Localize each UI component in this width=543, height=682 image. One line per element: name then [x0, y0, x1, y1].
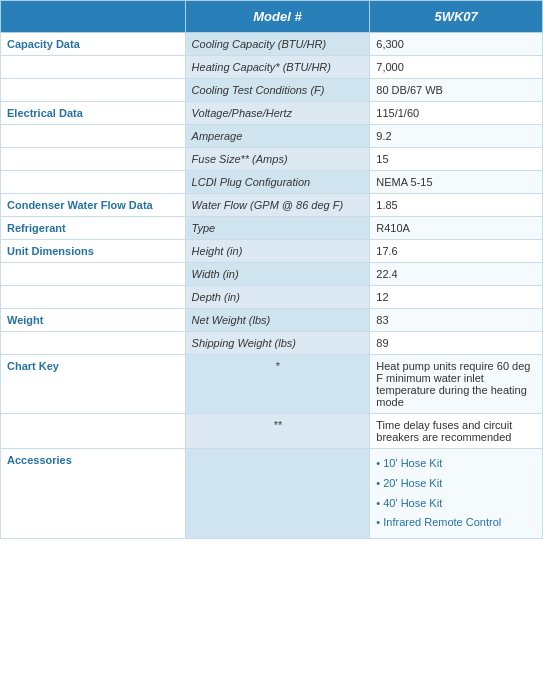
spec-value-cell: NEMA 5-15 — [370, 171, 543, 194]
table-row: Capacity DataCooling Capacity (BTU/HR)6,… — [1, 33, 543, 56]
category-cell — [1, 263, 186, 286]
list-item: 40' Hose Kit — [376, 494, 536, 514]
spec-name-cell: Water Flow (GPM @ 86 deg F) — [185, 194, 370, 217]
list-item: 20' Hose Kit — [376, 474, 536, 494]
chart-key-symbol: * — [185, 355, 370, 414]
chart-key-category — [1, 414, 186, 449]
chart-key-note: Time delay fuses and circuit breakers ar… — [370, 414, 543, 449]
spec-value-cell: 15 — [370, 148, 543, 171]
table-row: Cooling Test Conditions (F)80 DB/67 WB — [1, 79, 543, 102]
spec-name-cell: Net Weight (lbs) — [185, 309, 370, 332]
chart-key-row: **Time delay fuses and circuit breakers … — [1, 414, 543, 449]
spec-name-cell: Voltage/Phase/Hertz — [185, 102, 370, 125]
spec-value-cell: 22.4 — [370, 263, 543, 286]
table-row: Amperage9.2 — [1, 125, 543, 148]
category-cell — [1, 332, 186, 355]
category-cell — [1, 286, 186, 309]
list-item: 10' Hose Kit — [376, 454, 536, 474]
header-value: 5WK07 — [370, 1, 543, 33]
spec-value-cell: R410A — [370, 217, 543, 240]
list-item: Infrared Remote Control — [376, 513, 536, 533]
category-cell: Weight — [1, 309, 186, 332]
accessories-list-cell: 10' Hose Kit20' Hose Kit40' Hose KitInfr… — [370, 449, 543, 539]
category-cell: Electrical Data — [1, 102, 186, 125]
spec-value-cell: 80 DB/67 WB — [370, 79, 543, 102]
table-row: RefrigerantTypeR410A — [1, 217, 543, 240]
table-row: Electrical DataVoltage/Phase/Hertz115/1/… — [1, 102, 543, 125]
spec-name-cell: Heating Capacity* (BTU/HR) — [185, 56, 370, 79]
spec-name-cell: Cooling Capacity (BTU/HR) — [185, 33, 370, 56]
spec-value-cell: 9.2 — [370, 125, 543, 148]
spec-name-cell: Fuse Size** (Amps) — [185, 148, 370, 171]
spec-name-cell: Type — [185, 217, 370, 240]
table-header: Model # 5WK07 — [1, 1, 543, 33]
category-cell: Capacity Data — [1, 33, 186, 56]
header-model: Model # — [185, 1, 370, 33]
category-cell — [1, 125, 186, 148]
table-row: LCDI Plug ConfigurationNEMA 5-15 — [1, 171, 543, 194]
spec-value-cell: 17.6 — [370, 240, 543, 263]
spec-value-cell: 12 — [370, 286, 543, 309]
category-cell — [1, 171, 186, 194]
category-cell — [1, 56, 186, 79]
accessories-category: Accessories — [1, 449, 186, 539]
category-cell: Refrigerant — [1, 217, 186, 240]
chart-key-note: Heat pump units require 60 deg F minimum… — [370, 355, 543, 414]
accessories-empty — [185, 449, 370, 539]
spec-name-cell: Amperage — [185, 125, 370, 148]
spec-name-cell: Cooling Test Conditions (F) — [185, 79, 370, 102]
table-row: Heating Capacity* (BTU/HR)7,000 — [1, 56, 543, 79]
table-row: Unit DimensionsHeight (in)17.6 — [1, 240, 543, 263]
spec-value-cell: 6,300 — [370, 33, 543, 56]
spec-name-cell: Height (in) — [185, 240, 370, 263]
spec-value-cell: 83 — [370, 309, 543, 332]
accessories-row: Accessories10' Hose Kit20' Hose Kit40' H… — [1, 449, 543, 539]
table-row: Shipping Weight (lbs)89 — [1, 332, 543, 355]
table-row: Depth (in)12 — [1, 286, 543, 309]
header-col1 — [1, 1, 186, 33]
table-row: Condenser Water Flow DataWater Flow (GPM… — [1, 194, 543, 217]
spec-value-cell: 7,000 — [370, 56, 543, 79]
chart-key-symbol: ** — [185, 414, 370, 449]
category-cell: Unit Dimensions — [1, 240, 186, 263]
spec-name-cell: Depth (in) — [185, 286, 370, 309]
category-cell — [1, 79, 186, 102]
table-row: Width (in)22.4 — [1, 263, 543, 286]
spec-name-cell: Shipping Weight (lbs) — [185, 332, 370, 355]
table-row: WeightNet Weight (lbs)83 — [1, 309, 543, 332]
chart-key-category: Chart Key — [1, 355, 186, 414]
table-row: Fuse Size** (Amps)15 — [1, 148, 543, 171]
category-cell — [1, 148, 186, 171]
spec-name-cell: Width (in) — [185, 263, 370, 286]
spec-value-cell: 89 — [370, 332, 543, 355]
spec-value-cell: 115/1/60 — [370, 102, 543, 125]
chart-key-row: Chart Key*Heat pump units require 60 deg… — [1, 355, 543, 414]
category-cell: Condenser Water Flow Data — [1, 194, 186, 217]
spec-value-cell: 1.85 — [370, 194, 543, 217]
spec-name-cell: LCDI Plug Configuration — [185, 171, 370, 194]
spec-table: Model # 5WK07 Capacity DataCooling Capac… — [0, 0, 543, 539]
